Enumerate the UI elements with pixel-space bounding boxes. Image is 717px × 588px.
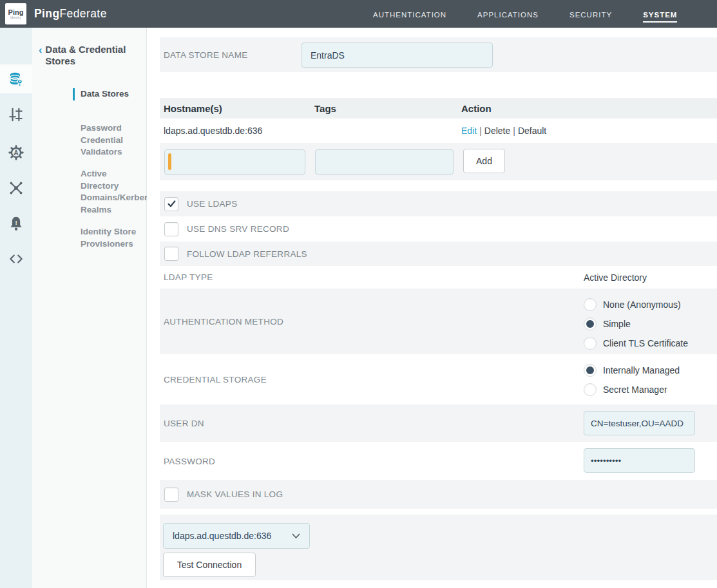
mask-values-row: MASK VALUES IN LOG	[160, 480, 717, 509]
icon-rail: A !	[0, 28, 32, 588]
nav-applications[interactable]: APPLICATIONS	[477, 10, 539, 19]
use-ldaps-checkbox[interactable]	[164, 197, 178, 211]
radio-option-simple[interactable]: Simple	[584, 314, 688, 334]
edit-link[interactable]: Edit	[461, 126, 477, 136]
radio-option-internally-managed[interactable]: Internally Managed	[584, 361, 680, 380]
hosts-table-header: Hostname(s) Tags Action	[160, 98, 717, 119]
authentication-method-row: AUTHENTICATION METHOD None (Anonymous) S…	[160, 289, 717, 354]
logo-subtitle: Identity	[10, 16, 21, 19]
settings-sliders-icon[interactable]	[8, 106, 24, 123]
radio-option-none-anonymous[interactable]: None (Anonymous)	[584, 295, 688, 314]
hostname-dropdown-value: ldaps.ad.questdb.de:636	[173, 531, 292, 541]
svg-text:A: A	[14, 149, 19, 156]
user-dn-input[interactable]	[584, 411, 695, 435]
svg-text:!: !	[15, 219, 17, 226]
password-label: PASSWORD	[164, 456, 215, 466]
use-dns-srv-row: USE DNS SRV RECORD	[160, 216, 717, 242]
default-link[interactable]: Default	[518, 126, 546, 136]
data-store-name-input[interactable]	[301, 43, 493, 68]
top-navbar: Ping Identity PingFederate AUTHENTICATIO…	[0, 0, 717, 28]
radio-client-tls-certificate[interactable]	[584, 337, 597, 350]
authentication-method-options: None (Anonymous) Simple Client TLS Certi…	[584, 295, 688, 353]
primary-nav: AUTHENTICATION APPLICATIONS SECURITY SYS…	[373, 0, 677, 28]
radio-label: Simple	[603, 319, 631, 329]
chevron-down-icon	[292, 533, 300, 539]
secondary-sidebar: ‹ Data & Credential Stores Data Stores P…	[32, 28, 147, 588]
notifications-bell-icon[interactable]: !	[8, 215, 24, 232]
action-separator: |	[477, 126, 484, 136]
sidebar-item-identity-store-provisioners[interactable]: Identity Store Provisioners	[73, 226, 142, 250]
ping-identity-logo[interactable]: Ping Identity	[5, 3, 26, 24]
text-caret	[168, 153, 171, 170]
nav-security[interactable]: SECURITY	[569, 10, 612, 19]
sidebar-back-header[interactable]: ‹ Data & Credential Stores	[39, 44, 142, 68]
code-brackets-icon[interactable]	[8, 251, 24, 267]
data-stores-icon[interactable]	[8, 71, 24, 88]
sidebar-item-password-credential-validators[interactable]: Password Credential Validators	[73, 122, 142, 158]
credential-storage-label: CREDENTIAL STORAGE	[164, 375, 267, 384]
radio-label: None (Anonymous)	[603, 299, 681, 310]
pingfederate-app: Ping Identity PingFederate AUTHENTICATIO…	[0, 0, 717, 588]
radio-secret-manager[interactable]	[584, 383, 597, 396]
action-separator: |	[510, 126, 518, 136]
use-ldaps-label: USE LDAPS	[187, 199, 237, 209]
sidebar-item-ad-domains-kerberos-realms[interactable]: Active Directory Domains/Kerberos Realms	[73, 168, 142, 216]
app-title-light: Federate	[60, 7, 107, 21]
user-dn-row: USER DN	[160, 404, 717, 442]
new-hostname-input[interactable]	[164, 149, 305, 175]
add-host-row: Add	[160, 143, 717, 180]
mask-values-label: MASK VALUES IN LOG	[187, 489, 283, 499]
follow-ldap-referrals-row: FOLLOW LDAP REFERRALS	[160, 242, 717, 266]
back-chevron-icon: ‹	[39, 44, 42, 68]
password-input[interactable]	[584, 448, 695, 473]
sidebar-item-data-stores[interactable]: Data Stores	[73, 88, 142, 100]
connections-icon[interactable]	[8, 180, 24, 196]
delete-link[interactable]: Delete	[484, 126, 510, 136]
ldap-type-label: LDAP TYPE	[164, 272, 213, 282]
radio-option-client-tls-certificate[interactable]: Client TLS Certificate	[584, 334, 688, 353]
hostname-dropdown[interactable]: ldaps.ad.questdb.de:636	[163, 523, 310, 549]
nav-system[interactable]: SYSTEM	[643, 6, 677, 23]
mask-values-checkbox[interactable]	[164, 488, 178, 502]
ldap-type-row: LDAP TYPE Active Directory	[160, 266, 717, 289]
new-tags-input[interactable]	[315, 149, 454, 175]
radio-label: Internally Managed	[603, 365, 680, 375]
follow-ldap-referrals-checkbox[interactable]	[164, 247, 178, 261]
col-tags: Tags	[314, 103, 461, 114]
test-connection-button[interactable]: Test Connection	[163, 553, 256, 577]
col-hostname: Hostname(s)	[164, 103, 314, 114]
radio-label: Secret Manager	[603, 384, 667, 395]
sidebar-title: Data & Credential Stores	[45, 44, 142, 68]
authentication-method-label: AUTHENTICATION METHOD	[164, 317, 283, 327]
data-store-name-row: DATA STORE NAME	[160, 37, 717, 72]
ldap-type-value: Active Directory	[584, 272, 647, 283]
password-row: PASSWORD	[160, 442, 717, 480]
use-dns-srv-checkbox[interactable]	[164, 222, 178, 236]
col-action: Action	[461, 103, 492, 114]
radio-label: Client TLS Certificate	[603, 338, 688, 348]
main-content: DATA STORE NAME Hostname(s) Tags Action …	[147, 28, 717, 588]
radio-simple[interactable]	[584, 318, 597, 330]
row-actions: Edit|Delete|Default	[461, 126, 546, 136]
credential-storage-row: CREDENTIAL STORAGE Internally Managed Se…	[160, 354, 717, 404]
radio-option-secret-manager[interactable]: Secret Manager	[584, 380, 680, 399]
test-connection-section: ldaps.ad.questdb.de:636 Test Connection	[160, 515, 717, 580]
add-button[interactable]: Add	[463, 149, 505, 173]
checkmark-icon	[167, 199, 177, 209]
app-title-bold: Ping	[34, 7, 60, 21]
credential-storage-options: Internally Managed Secret Manager	[584, 361, 680, 399]
hostname-value: ldaps.ad.questdb.de:636	[164, 126, 314, 136]
app-title: PingFederate	[34, 0, 107, 28]
use-ldaps-row: USE LDAPS	[160, 191, 717, 216]
admin-gear-icon[interactable]: A	[8, 144, 24, 161]
radio-internally-managed[interactable]	[584, 364, 597, 377]
data-store-name-label: DATA STORE NAME	[164, 50, 248, 60]
host-table-row: ldaps.ad.questdb.de:636 Edit|Delete|Defa…	[160, 119, 717, 143]
radio-none-anonymous[interactable]	[584, 298, 597, 311]
logo-title: Ping	[8, 9, 24, 16]
follow-ldap-referrals-label: FOLLOW LDAP REFERRALS	[187, 249, 307, 259]
user-dn-label: USER DN	[164, 419, 204, 428]
nav-authentication[interactable]: AUTHENTICATION	[373, 10, 446, 19]
use-dns-srv-label: USE DNS SRV RECORD	[187, 224, 289, 234]
